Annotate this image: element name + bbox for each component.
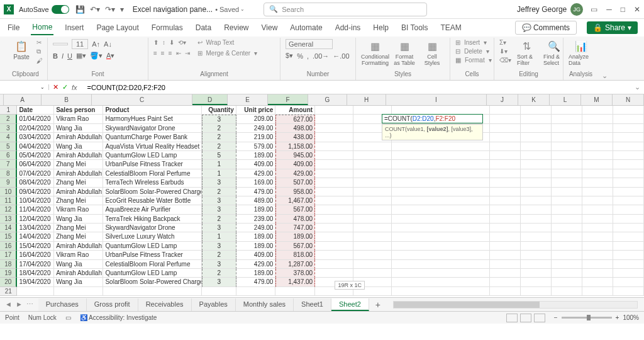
cell[interactable]: AquaBreeze Air Purifier — [103, 205, 201, 214]
cell[interactable] — [353, 169, 392, 178]
cell[interactable] — [490, 287, 521, 296]
cell-header-amount[interactable]: Amount — [275, 106, 315, 115]
maximize-icon[interactable]: □ — [621, 5, 625, 14]
cell[interactable]: 489.00 — [236, 196, 276, 205]
cell[interactable]: QuantumGlow LED Lamp — [103, 151, 201, 160]
cell[interactable] — [552, 169, 582, 178]
row-header-11[interactable]: 11 — [0, 196, 17, 205]
cell[interactable]: 08/04/2020 — [17, 178, 54, 187]
cell[interactable] — [582, 151, 613, 160]
font-size-select[interactable]: 11 — [72, 39, 88, 49]
cell[interactable] — [552, 287, 582, 296]
cell[interactable]: 409.00 — [236, 251, 276, 259]
tab-automate[interactable]: Automate — [289, 21, 323, 35]
row-header-14[interactable]: 14 — [0, 224, 17, 232]
cell[interactable] — [490, 215, 521, 224]
spreadsheet-grid[interactable]: ABCDEFGHIJKLMN 1DateSales personProductQ… — [0, 94, 644, 297]
cell[interactable]: UrbanPulse Fitness Tracker — [103, 251, 201, 259]
cell[interactable]: 05/04/2020 — [17, 151, 54, 160]
autosum-icon[interactable]: Σ▾ — [499, 39, 511, 46]
cell[interactable] — [613, 133, 644, 142]
analyze-data-button[interactable]: 📊Analyze Data — [569, 39, 594, 67]
formula-expand-icon[interactable]: ⌄ — [631, 83, 644, 91]
cell[interactable]: Zhang Mei — [54, 232, 103, 241]
cell[interactable]: Wang Jia — [54, 215, 103, 224]
cell[interactable]: 438.00 — [275, 133, 315, 142]
cell[interactable] — [353, 142, 392, 151]
cell[interactable] — [392, 178, 490, 187]
cell[interactable]: SkywardNavigator Drone — [103, 124, 201, 133]
row-header-6[interactable]: 6 — [0, 151, 17, 160]
view-normal-icon[interactable] — [506, 314, 518, 322]
view-break-icon[interactable] — [534, 314, 545, 322]
cell[interactable] — [552, 215, 582, 224]
cell[interactable] — [490, 188, 521, 196]
col-header-I[interactable]: I — [386, 94, 487, 105]
cell[interactable]: 02/04/2020 — [17, 124, 54, 133]
row-header-21[interactable]: 21 — [0, 287, 17, 296]
cell[interactable]: 3 — [202, 178, 236, 187]
cell[interactable]: 3 — [202, 205, 236, 214]
cell[interactable] — [521, 169, 552, 178]
cell[interactable]: 958.00 — [275, 188, 315, 196]
cell[interactable]: 01/04/2020 — [17, 115, 54, 123]
tab-file[interactable]: File — [6, 21, 21, 35]
cell[interactable] — [315, 115, 353, 123]
sheet-nav-next-icon[interactable]: ► — [16, 300, 23, 309]
cell[interactable] — [490, 260, 521, 269]
col-header-N[interactable]: N — [613, 94, 644, 105]
row-header-5[interactable]: 5 — [0, 142, 17, 151]
cell[interactable] — [521, 278, 552, 286]
cell[interactable]: Amirah Abdullah — [54, 188, 103, 196]
sort-filter-button[interactable]: ⇅Sort & Filter — [514, 39, 539, 67]
col-header-J[interactable]: J — [487, 94, 518, 105]
cell[interactable] — [353, 242, 392, 251]
cell[interactable] — [490, 251, 521, 259]
cell[interactable]: 2 — [202, 142, 236, 151]
col-header-G[interactable]: G — [308, 94, 347, 105]
cell[interactable] — [490, 133, 521, 142]
row-header-1[interactable]: 1 — [0, 106, 17, 115]
cell[interactable] — [613, 215, 644, 224]
cell[interactable]: 2 — [202, 188, 236, 196]
cell[interactable] — [613, 205, 644, 214]
cell[interactable]: 1 — [202, 232, 236, 241]
col-header-H[interactable]: H — [347, 94, 386, 105]
minimize-icon[interactable]: ─ — [606, 5, 612, 14]
cell[interactable]: TerraTech Wireless Earbuds — [103, 178, 201, 187]
cell[interactable] — [353, 260, 392, 269]
cell[interactable]: 219.00 — [236, 133, 276, 142]
cell[interactable] — [315, 151, 353, 160]
cell[interactable] — [353, 196, 392, 205]
cell[interactable] — [613, 178, 644, 187]
cell[interactable] — [490, 269, 521, 278]
cell[interactable]: 07/04/2020 — [17, 169, 54, 178]
cell[interactable] — [315, 169, 353, 178]
cell[interactable]: CelestialBloom Floral Perfume — [103, 169, 201, 178]
row-header-2[interactable]: 2 — [0, 115, 17, 123]
cell[interactable] — [613, 169, 644, 178]
col-header-B[interactable]: B — [42, 94, 92, 105]
cell[interactable]: QuantumGlow LED Lamp — [103, 242, 201, 251]
cell[interactable] — [392, 205, 490, 214]
save-icon[interactable]: 💾 — [75, 5, 85, 14]
cell[interactable]: Zhang Mei — [54, 224, 103, 232]
cell[interactable] — [521, 106, 552, 115]
cell[interactable] — [613, 287, 644, 296]
cell[interactable]: 1,287.00 — [275, 260, 315, 269]
cell[interactable] — [613, 142, 644, 151]
cell[interactable]: SkywardNavigator Drone — [103, 224, 201, 232]
cell[interactable]: 567.00 — [275, 242, 315, 251]
cell[interactable]: Vikram Rao — [54, 205, 103, 214]
cell[interactable] — [490, 205, 521, 214]
cell[interactable]: 249.00 — [236, 124, 276, 133]
align-top-icon[interactable]: ⬆ — [153, 39, 158, 46]
cell[interactable]: Wang Jia — [54, 278, 103, 286]
cell[interactable] — [315, 269, 353, 278]
cell[interactable] — [392, 242, 490, 251]
cell[interactable]: 429.00 — [236, 260, 276, 269]
cell[interactable]: 2 — [202, 133, 236, 142]
cell[interactable] — [582, 260, 613, 269]
cell[interactable] — [315, 196, 353, 205]
insert-cells-button[interactable]: ⊞ Insert ▾ — [455, 39, 492, 46]
